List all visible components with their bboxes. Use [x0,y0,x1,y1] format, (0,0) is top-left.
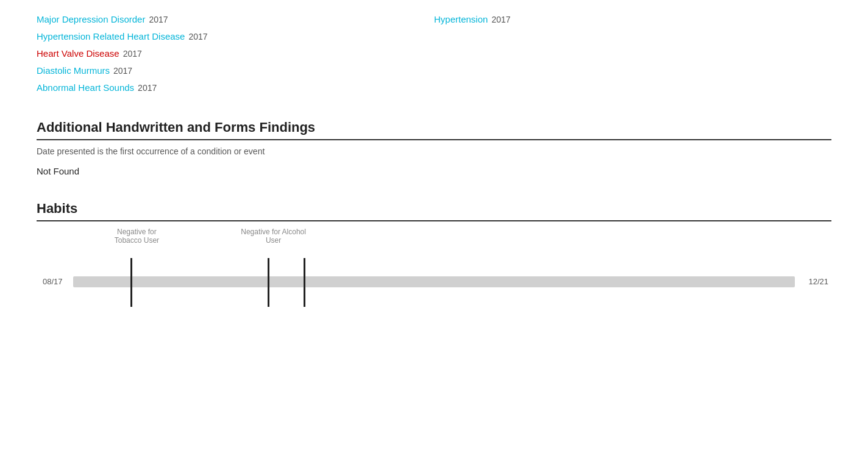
diagnosis-name: Diastolic Murmurs [37,63,110,78]
diagnoses-grid: Major Depression Disorder2017Hypertensio… [37,12,831,95]
diagnoses-right: Hypertension2017 [434,12,831,95]
diagnosis-year: 2017 [188,30,207,43]
habits-section: Habits 08/17 12/21 Negative for Tobacco … [37,201,831,295]
diagnosis-name: Abnormal Heart Sounds [37,81,134,95]
diagnosis-item: Hypertension2017 [434,12,831,27]
timeline-end-label: 12/21 [808,276,828,287]
diagnosis-year: 2017 [149,13,168,26]
timeline-marker-label-tobacco: Negative for Tobacco User [100,228,173,245]
diagnosis-year: 2017 [138,81,157,95]
diagnosis-item: Major Depression Disorder2017 [37,12,434,27]
diagnosis-year: 2017 [491,13,510,26]
timeline-marker-tobacco [130,258,132,307]
additional-subtitle: Date presented is the first occurrence o… [37,146,831,156]
not-found-text: Not Found [37,166,831,176]
timeline-bar [73,276,795,287]
habits-timeline: 08/17 12/21 Negative for Tobacco UserNeg… [37,258,831,295]
diagnosis-name: Major Depression Disorder [37,12,145,27]
diagnosis-item: Abnormal Heart Sounds2017 [37,81,434,95]
diagnoses-left: Major Depression Disorder2017Hypertensio… [37,12,434,95]
habits-title: Habits [37,201,831,221]
additional-section: Additional Handwritten and Forms Finding… [37,120,831,176]
diagnosis-item: Diastolic Murmurs2017 [37,63,434,78]
diagnosis-name: Hypertension [434,12,488,27]
timeline-marker-smoker [304,258,305,307]
timeline-start-label: 08/17 [43,276,63,287]
timeline-marker-alcohol [268,258,269,307]
additional-title: Additional Handwritten and Forms Finding… [37,120,831,140]
timeline-marker-label-alcohol: Negative for Alcohol User [237,228,310,245]
diagnosis-item: Hypertension Related Heart Disease2017 [37,29,434,44]
diagnosis-year: 2017 [123,47,142,60]
diagnosis-name: Hypertension Related Heart Disease [37,29,185,44]
diagnosis-item: Heart Valve Disease2017 [37,46,434,61]
diagnosis-name: Heart Valve Disease [37,46,119,61]
diagnosis-year: 2017 [113,64,132,77]
